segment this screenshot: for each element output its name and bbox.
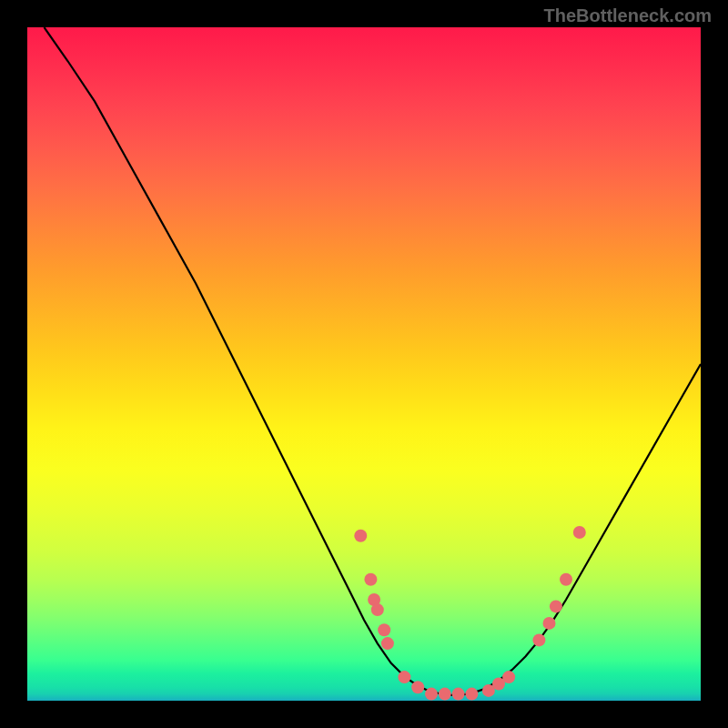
chart-point [371, 603, 384, 616]
chart-point [411, 681, 424, 693]
chart-point [502, 671, 515, 683]
chart-point [425, 688, 438, 701]
chart-point [560, 573, 572, 586]
chart-point [532, 633, 545, 646]
chart-svg [27, 27, 701, 701]
chart-point [381, 637, 394, 650]
chart-point [364, 573, 377, 586]
chart-point [573, 526, 586, 539]
chart-point [550, 600, 562, 612]
chart-point [398, 671, 410, 683]
chart-plot-area [27, 27, 701, 701]
chart-point [452, 688, 465, 701]
chart-point [439, 688, 451, 701]
watermark-text: TheBottleneck.com [544, 5, 712, 26]
chart-point [354, 530, 367, 542]
chart-points-group [354, 526, 586, 701]
chart-point [543, 617, 556, 630]
chart-point [378, 623, 390, 636]
chart-point [465, 688, 478, 701]
